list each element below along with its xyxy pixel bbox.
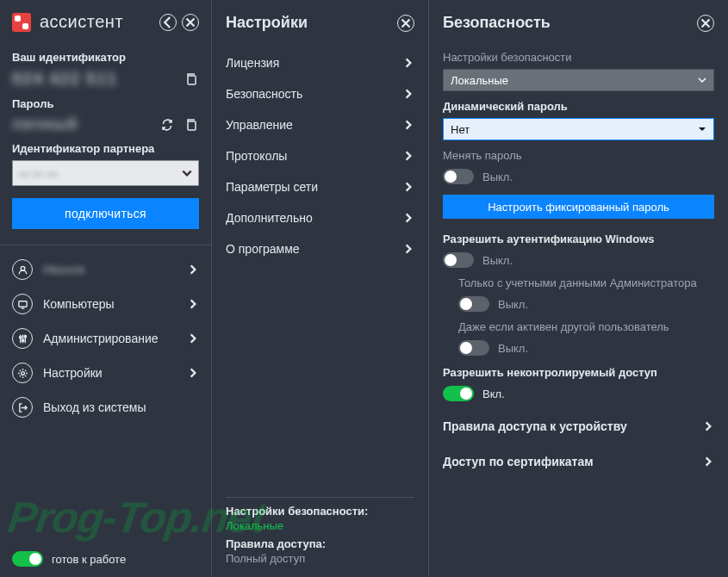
status-label: готов к работе — [52, 553, 126, 566]
copy-password-button[interactable] — [184, 117, 199, 133]
settings-item-protocols[interactable]: Протоколы — [212, 140, 428, 171]
toggle-state-label: Выкл. — [482, 171, 513, 183]
status-toggle[interactable] — [12, 551, 43, 567]
partner-id-label: Идентификатор партнера — [12, 142, 199, 155]
dynamic-password-label: Динамический пароль — [443, 100, 714, 113]
change-password-label: Менять пароль — [443, 149, 714, 162]
close-security-button[interactable] — [697, 15, 714, 32]
sidebar-item-settings[interactable]: Настройки — [0, 356, 211, 390]
toggle-state-label: Выкл. — [482, 254, 513, 267]
security-title: Безопасность — [443, 14, 697, 32]
uncontrolled-access-label: Разрешить неконтролируемый доступ — [443, 366, 714, 379]
sidebar-item-label: Настройки — [43, 366, 177, 380]
monitor-icon — [12, 294, 33, 314]
toggle-state-label: Выкл. — [498, 298, 528, 311]
your-id-label: Ваш идентификатор — [12, 51, 199, 64]
security-settings-label: Настройки безопасности — [443, 51, 714, 64]
user-icon — [12, 259, 33, 280]
app-logo — [12, 13, 31, 32]
security-settings-dropdown[interactable]: Локальные — [443, 69, 714, 91]
sidebar-item-label: Выход из системы — [43, 400, 199, 414]
refresh-password-button[interactable] — [159, 117, 175, 133]
security-panel: Безопасность Настройки безопасности Лока… — [429, 0, 728, 577]
sidebar-item-label: Администрирование — [43, 332, 177, 345]
svg-rect-3 — [18, 301, 26, 307]
device-access-rules-link[interactable]: Правила доступа к устройству — [443, 408, 714, 444]
settings-title: Настройки — [226, 14, 397, 32]
settings-item-control[interactable]: Управление — [212, 109, 428, 140]
toggle-state-label: Вкл. — [482, 388, 505, 400]
password-label: Пароль — [12, 97, 199, 110]
settings-item-network[interactable]: Параметры сети — [212, 171, 428, 202]
toggle-state-label: Выкл. — [498, 342, 528, 355]
winauth-toggle[interactable] — [443, 252, 474, 268]
sidebar: ассистент Ваш идентификатор 024 422 511 — [0, 0, 212, 577]
winauth-admin-toggle[interactable] — [458, 296, 489, 312]
your-id-value: 024 422 511 — [12, 69, 117, 89]
uncontrolled-access-toggle[interactable] — [443, 386, 474, 401]
settings-panel: Настройки Лицензия Безопасность Управлен… — [212, 0, 429, 577]
svg-rect-0 — [188, 76, 196, 84]
gear-icon — [12, 363, 33, 383]
winauth-active-toggle[interactable] — [458, 340, 489, 356]
winauth-admin-note: Только с учетными данными Администратора — [458, 276, 714, 289]
close-settings-button[interactable] — [397, 15, 414, 32]
copy-id-button[interactable] — [184, 71, 199, 87]
configure-fixed-password-button[interactable]: Настроить фиксированный пароль — [443, 195, 714, 219]
winauth-active-note: Даже если активен другой пользователь — [458, 320, 714, 333]
password-value: личный — [12, 115, 78, 133]
winauth-label: Разрешить аутентификацию Windows — [443, 233, 714, 245]
svg-rect-1 — [188, 121, 196, 130]
app-name: ассистент — [40, 12, 159, 32]
partner-id-combobox[interactable]: — — — — [12, 160, 199, 186]
settings-item-security[interactable]: Безопасность — [212, 78, 428, 109]
change-password-toggle[interactable] — [443, 169, 474, 184]
settings-summary: Настройки безопасности: Локальные Правил… — [212, 490, 428, 577]
close-button[interactable] — [182, 14, 199, 31]
sliders-icon — [12, 328, 33, 349]
logout-icon — [12, 397, 33, 418]
sidebar-item-label: Компьютеры — [43, 297, 177, 311]
sidebar-item-administration[interactable]: Администрирование — [0, 321, 211, 356]
svg-point-2 — [21, 266, 25, 270]
dynamic-password-dropdown[interactable]: Нет — [443, 118, 714, 140]
sidebar-item-profile[interactable]: Иванов — [0, 252, 211, 287]
sidebar-item-computers[interactable]: Компьютеры — [0, 287, 211, 321]
svg-point-7 — [21, 371, 24, 375]
partner-id-value: — — — — [18, 167, 58, 180]
settings-item-additional[interactable]: Дополнительно — [212, 202, 428, 233]
settings-item-about[interactable]: О программе — [212, 233, 428, 264]
settings-item-license[interactable]: Лицензия — [212, 47, 428, 78]
certificate-access-link[interactable]: Доступ по сертификатам — [443, 444, 714, 479]
sidebar-item-label: Иванов — [43, 263, 177, 276]
collapse-button[interactable] — [159, 14, 177, 31]
connect-button[interactable]: подключиться — [12, 198, 199, 229]
sidebar-item-logout[interactable]: Выход из системы — [0, 390, 211, 425]
